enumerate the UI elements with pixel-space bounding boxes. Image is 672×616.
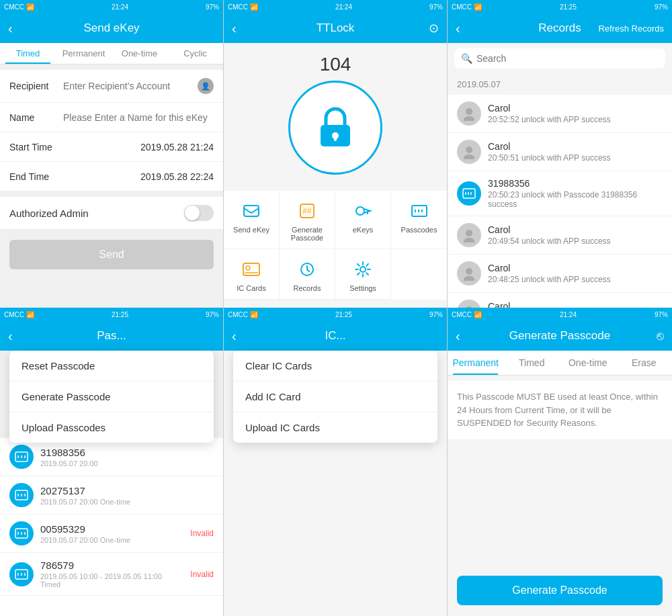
lock-svg (308, 101, 362, 155)
authorized-toggle[interactable] (184, 205, 214, 221)
end-value: 2019.05.28 22:24 (63, 171, 214, 182)
battery-6: 97% (655, 311, 668, 318)
menu-passcodes[interactable]: Passcodes (391, 191, 447, 249)
send-button[interactable]: Send (9, 240, 214, 269)
name-input[interactable] (63, 112, 214, 123)
ic-cards-screen: CMCC 📶 21:25 97% ‹ IC... Clear IC Cards … (224, 308, 448, 616)
wifi-icon-6: 📶 (474, 311, 482, 318)
passcode-icon-2 (9, 483, 34, 507)
tab-timed[interactable]: Timed (0, 43, 56, 64)
passcode-code-3: 00595329 (40, 523, 183, 535)
record-item-4: Carol 20:49:54 unlock with APP success (448, 216, 672, 255)
menu-ic-cards-label: IC Cards (237, 284, 265, 292)
gen-tab-one-time[interactable]: One-time (560, 351, 616, 375)
status-bar-2: CMCC 📶 21:24 97% (224, 0, 447, 13)
record-avatar-4 (457, 223, 481, 247)
start-time-row: Start Time 2019.05.28 21:24 (0, 132, 223, 162)
tab-permanent[interactable]: Permanent (56, 43, 112, 64)
menu-send-ekey-label: Send eKey (233, 226, 269, 234)
add-ic-card-item[interactable]: Add IC Card (233, 382, 437, 412)
record-avatar-2 (457, 140, 481, 164)
passcode-item-1: 31988356 2019.05.07 20:00 (0, 438, 223, 476)
carrier-4: CMCC (4, 311, 24, 318)
generate-passcode-button[interactable]: Generate Passcode (457, 576, 663, 605)
send-ekey-screen: CMCC 📶 21:24 97% ‹ Send eKey Timed Perma… (0, 0, 224, 308)
passcode-code-4: 786579 (40, 560, 183, 571)
back-button-5[interactable]: ‹ (232, 328, 237, 344)
reset-passcode-item[interactable]: Reset Passcode (9, 351, 214, 382)
record-item-5: Carol 20:48:25 unlock with APP success (448, 255, 672, 293)
name-label: Name (9, 112, 63, 123)
gen-tab-permanent[interactable]: Permanent (448, 351, 504, 375)
generate-passcode-item[interactable]: Generate Passcode (9, 382, 214, 412)
status-bar-6: CMCC 📶 21:24 97% (448, 308, 672, 321)
menu-records[interactable]: Records (280, 249, 335, 300)
user-icon: 👤 (198, 78, 214, 94)
menu-settings[interactable]: Settings (335, 249, 391, 300)
record-name-3: 31988356 (488, 178, 663, 189)
settings-icon (352, 259, 374, 280)
menu-ic-cards[interactable]: IC Cards (224, 249, 280, 300)
svg-rect-20 (463, 189, 475, 198)
form-section: Recipient 👤 Name Start Time 2019.05.28 2… (0, 70, 223, 191)
record-item-3: 31988356 20:50:23 unlock with Passcode 3… (448, 171, 672, 216)
back-button-3[interactable]: ‹ (456, 21, 460, 36)
svg-rect-2 (334, 136, 337, 141)
back-button-2[interactable]: ‹ (232, 21, 237, 36)
ic-cards-icon (241, 259, 262, 280)
record-info-1: Carol 20:52:52 unlock with APP success (488, 103, 663, 124)
menu-generate-passcode[interactable]: ## Generate Passcode (280, 191, 335, 249)
upload-ic-cards-item[interactable]: Upload IC Cards (233, 412, 437, 443)
back-button-1[interactable]: ‹ (8, 21, 13, 36)
record-item: Carol 20:52:52 unlock with APP success (448, 95, 672, 133)
passcode-list: 31988356 2019.05.07 20:00 20275137 2019.… (0, 438, 223, 616)
passcode-meta-1: 2019.05.07 20:00 (40, 459, 214, 468)
record-desc-3: 20:50:23 unlock with Passcode 31988356 s… (488, 190, 663, 209)
back-button-6[interactable]: ‹ (456, 328, 460, 344)
svg-point-6 (356, 207, 364, 215)
nav-title-3: Records (538, 21, 581, 35)
passcode-icon-1 (9, 445, 34, 469)
status-bar-5: CMCC 📶 21:25 97% (224, 308, 447, 321)
passcodes-icon (409, 200, 430, 222)
menu-ekeys[interactable]: eKeys (335, 191, 391, 249)
gen-tab-timed[interactable]: Timed (504, 351, 560, 375)
menu-send-ekey[interactable]: Send eKey (224, 191, 280, 249)
search-input[interactable] (476, 53, 659, 64)
nav-title-1: Send eKey (83, 21, 139, 35)
back-button-4[interactable]: ‹ (8, 328, 13, 344)
recipient-input[interactable] (63, 81, 194, 91)
menu-generate-passcode-label: Generate Passcode (282, 226, 332, 242)
record-desc-5: 20:48:25 unlock with APP success (488, 275, 663, 284)
status-bar-3: CMCC 📶 21:25 97% (448, 0, 672, 13)
gen-tab-erase[interactable]: Erase (616, 351, 673, 375)
tab-one-time[interactable]: One-time (112, 43, 167, 64)
time-2: 21:24 (335, 3, 352, 11)
time-4: 21:25 (112, 311, 128, 318)
record-desc-1: 20:52:52 unlock with APP success (488, 115, 663, 124)
passcode-dropdown: Reset Passcode Generate Passcode Upload … (9, 351, 214, 443)
tab-cyclic[interactable]: Cyclic (167, 43, 223, 64)
battery-1: 97% (206, 3, 219, 11)
toggle-knob (185, 206, 200, 220)
end-time-row: End Time 2019.05.28 22:24 (0, 162, 223, 191)
menu-records-label: Records (294, 284, 321, 292)
passcode-item-3: 00595329 2019.05.07 20:00 One-time Inval… (0, 515, 223, 553)
passcode-code-2: 20275137 (40, 485, 214, 496)
share-icon[interactable]: ⎋ (657, 329, 664, 343)
send-ekey-icon (241, 200, 262, 222)
records-list: Carol 20:52:52 unlock with APP success C… (448, 95, 672, 308)
wifi-icon-5: 📶 (250, 311, 258, 318)
wifi-icon-2: 📶 (250, 3, 258, 11)
svg-point-18 (466, 146, 472, 153)
passcode-status-3: Invalid (190, 529, 214, 538)
upload-passcodes-item[interactable]: Upload Passcodes (9, 412, 214, 443)
search-icon: 🔍 (461, 53, 472, 64)
refresh-records-button[interactable]: Refresh Records (598, 24, 664, 34)
nav-bar-6: ‹ Generate Passcode ⎋ (448, 321, 672, 351)
record-info-3: 31988356 20:50:23 unlock with Passcode 3… (488, 178, 663, 209)
profile-icon[interactable]: ⊙ (429, 21, 439, 36)
clear-ic-cards-item[interactable]: Clear IC Cards (233, 351, 437, 382)
authorized-row: Authorized Admin (0, 197, 223, 229)
nav-bar-4: ‹ Pas... (0, 321, 223, 351)
